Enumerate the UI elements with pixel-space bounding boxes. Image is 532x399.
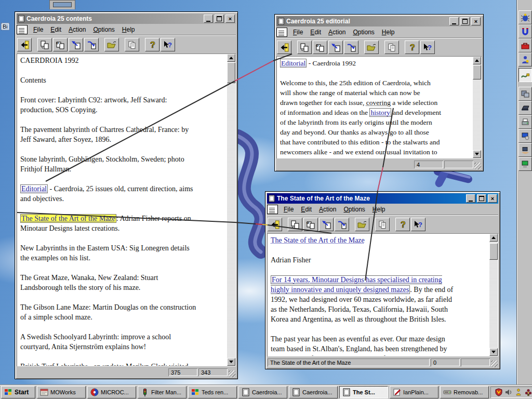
floppy-disks-button[interactable] [518,87,532,101]
link-forward-button[interactable] [84,38,99,51]
menu-help[interactable]: Help [369,205,389,214]
menu-help[interactable]: Help [118,25,139,34]
menu-file[interactable]: File [289,28,307,36]
vertical-scrollbar[interactable] [227,54,235,366]
menu-file[interactable]: File [280,205,297,214]
link-forward-button[interactable] [335,218,349,231]
cable-button[interactable] [518,68,532,82]
resize-grip[interactable] [474,163,481,169]
close-button[interactable]: × [471,17,481,25]
close-button[interactable]: × [488,194,497,203]
titlebar-editorial[interactable]: Caerdroia 25 editorial × [276,16,482,26]
laptop-button[interactable] [518,101,532,115]
menu-edit[interactable]: Edit [297,205,315,214]
copy-page-button[interactable] [288,218,302,231]
menu-file[interactable]: File [30,25,47,34]
help-button[interactable]: ? [405,41,419,54]
copy-button[interactable] [384,41,399,54]
link-back-button[interactable] [328,41,343,54]
scroll-down-button[interactable] [227,358,235,366]
start-button[interactable]: Start [1,386,35,398]
titlebar-maze[interactable]: The State of the Art of the Maze × [267,193,498,204]
hand-disk-button[interactable] [518,143,532,157]
taskbar-button-thest[interactable]: The St... [339,386,388,398]
scrollbar-thumb[interactable] [227,62,235,83]
help-button[interactable]: ? [395,218,410,231]
open-folder-button[interactable] [364,41,379,54]
menu-options[interactable]: Options [349,28,378,36]
toolbox-button[interactable] [518,38,532,52]
scroll-down-button[interactable] [489,348,498,356]
document-view[interactable]: The State of the Art of the MazeAdrian F… [267,233,498,356]
copy-button[interactable] [125,38,139,51]
open-folder-button[interactable] [355,218,369,231]
minimize-button[interactable] [204,15,213,23]
minimize-button[interactable] [466,194,475,203]
volume-icon[interactable] [504,388,513,396]
close-button[interactable]: × [225,15,235,23]
replace-page-button[interactable]: o [53,38,68,51]
menu-help[interactable]: Help [378,28,398,36]
titlebar-contents[interactable]: Caerdroia 25 contents × [17,14,236,24]
bug-button[interactable] [518,10,532,24]
scheduler-icon[interactable] [514,388,523,396]
resize-grip[interactable] [229,370,235,377]
menu-options[interactable]: Options [340,205,368,214]
flower-icon[interactable] [524,388,532,396]
context-help-button[interactable]: ? [420,41,435,54]
partial-desktop-icon[interactable] [49,0,75,9]
scroll-up-button[interactable] [473,57,481,64]
document-list-icon[interactable] [267,205,278,214]
taskbar-button-ianplain[interactable]: IanPlain... [390,386,438,398]
guardian-button[interactable] [518,52,532,66]
document-list-icon[interactable] [276,28,287,37]
taskbar-button-microc[interactable]: MICROC... [87,386,136,398]
taskbar-button-filterman[interactable]: Filter Man... [138,386,187,398]
back-button[interactable] [277,41,291,54]
maximize-button[interactable] [477,194,486,203]
maximize-button[interactable] [460,17,470,25]
maximize-button[interactable] [215,15,224,23]
copy-page-button[interactable] [37,38,52,51]
link-forward-button[interactable] [344,41,358,54]
hyperlink[interactable]: Editorial [280,59,307,68]
context-help-button[interactable]: ? [161,38,175,51]
back-button[interactable] [268,218,282,231]
menu-edit[interactable]: Edit [47,25,65,34]
document-list-icon[interactable] [17,25,28,34]
replace-page-button[interactable]: o [303,218,318,231]
taskbar-button-tedsren[interactable]: Teds ren... [188,386,237,398]
vertical-scrollbar[interactable] [473,57,481,158]
hyperlink[interactable]: The State of the Art of the Maze [271,236,365,244]
desktop-icon-label[interactable]: Bi [1,23,9,30]
copy-page-button[interactable] [297,41,312,54]
replace-page-button[interactable]: o [313,41,327,54]
menu-edit[interactable]: Edit [307,28,325,36]
menu-action[interactable]: Action [65,25,89,34]
shield-icon[interactable] [495,388,503,396]
back-button[interactable] [17,38,32,51]
magnet-button[interactable] [518,24,532,38]
scrollbar-thumb[interactable] [473,65,481,79]
taskbar-button-removab[interactable]: Removab... [440,386,489,398]
resize-grip[interactable] [491,361,498,367]
taskbar-button-caerdroia[interactable]: Caerdroia... [289,386,338,398]
hyperlink[interactable]: Editorial [20,184,48,193]
taskbar-button-caerdroia[interactable]: Caerdroia... [238,386,287,398]
menu-action[interactable]: Action [315,205,340,214]
document-view[interactable]: CAERDROIA 1992ContentsFront cover: Labyr… [17,54,236,366]
hyperlink[interactable]: The State of the Art of the Maze [20,214,116,223]
copy-button[interactable] [375,218,390,231]
scrollbar-thumb[interactable] [489,243,498,260]
document-view[interactable]: Editorial - Caerdroia 1992Welcome to thi… [276,56,482,158]
vertical-scrollbar[interactable] [489,234,498,356]
link-back-button[interactable] [69,38,83,51]
taskbar-button-moworks[interactable]: MOWorks [37,386,86,398]
hyperlink[interactable]: history [369,108,391,117]
link-back-button[interactable] [319,218,334,231]
green-monitor-button[interactable] [518,157,532,171]
hyperlink[interactable]: covering [366,99,391,107]
context-help-button[interactable]: ? [411,218,425,231]
help-button[interactable]: ? [145,38,159,51]
open-folder-button[interactable] [104,38,119,51]
